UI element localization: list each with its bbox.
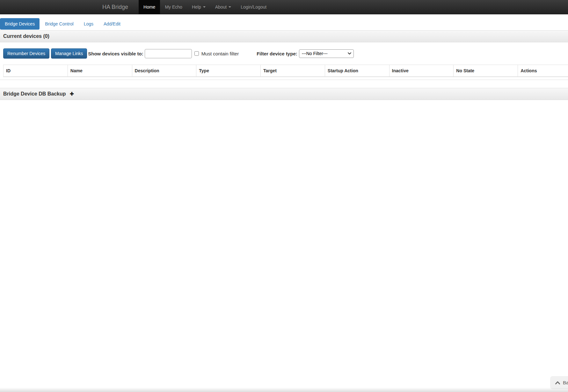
column-header-description: Description bbox=[132, 65, 196, 77]
current-devices-title: Current devices (0) bbox=[3, 33, 49, 39]
backup-header: Bridge Device DB Backup ✚ bbox=[0, 88, 568, 100]
nav-item-my-echo[interactable]: My Echo bbox=[160, 0, 187, 14]
visible-filter-input[interactable] bbox=[145, 49, 192, 58]
nav-item-help-label: Help bbox=[192, 4, 201, 10]
caret-down-icon bbox=[229, 6, 231, 8]
column-header-id: ID bbox=[4, 65, 68, 77]
column-header-target: Target bbox=[261, 65, 325, 77]
visible-filter-label: Show devices visible to: bbox=[88, 51, 143, 56]
chevron-up-icon bbox=[555, 381, 560, 384]
column-header-startup-action: Startup Action bbox=[325, 65, 389, 77]
tab-add-edit[interactable]: Add/Edit bbox=[99, 18, 125, 30]
nav-item-my-echo-label: My Echo bbox=[165, 4, 182, 10]
back-to-top-label: Back to Top bbox=[563, 380, 568, 385]
type-filter-label: Filter device type: bbox=[257, 51, 297, 56]
current-devices-body: Renumber Devices Manage Links Show devic… bbox=[0, 48, 568, 77]
back-to-top-button[interactable]: Back to Top bbox=[550, 376, 568, 389]
devices-table-header-row: ID Name Description Type Target Startup … bbox=[4, 65, 568, 77]
nav-item-home[interactable]: Home bbox=[139, 0, 160, 14]
tab-bridge-control[interactable]: Bridge Control bbox=[40, 18, 78, 30]
tab-bridge-devices[interactable]: Bridge Devices bbox=[0, 18, 40, 30]
caret-down-icon bbox=[203, 6, 206, 8]
section-divider bbox=[0, 80, 568, 80]
device-controls-row: Renumber Devices Manage Links Show devic… bbox=[3, 48, 568, 59]
navbar-menu: Home My Echo Help About Login/Logout bbox=[139, 0, 271, 14]
tab-logs[interactable]: Logs bbox=[79, 18, 98, 30]
nav-item-about-label: About bbox=[215, 4, 227, 10]
brand[interactable]: HA Bridge bbox=[98, 0, 133, 14]
column-header-name: Name bbox=[68, 65, 132, 77]
type-filter-select-wrap: ---No Filter--- bbox=[299, 49, 354, 58]
navbar-container: HA Bridge Home My Echo Help About Login/… bbox=[98, 0, 470, 14]
column-header-inactive: Inactive bbox=[389, 65, 454, 77]
tab-bar: Bridge Devices Bridge Control Logs Add/E… bbox=[0, 18, 568, 30]
column-header-no-state: No State bbox=[454, 65, 518, 77]
column-header-actions: Actions bbox=[518, 65, 568, 77]
nav-item-help[interactable]: Help bbox=[187, 0, 210, 14]
type-filter-select[interactable]: ---No Filter--- bbox=[299, 49, 354, 58]
nav-item-login-logout-label: Login/Logout bbox=[241, 4, 266, 10]
nav-item-login-logout[interactable]: Login/Logout bbox=[236, 0, 271, 14]
plus-icon[interactable]: ✚ bbox=[70, 91, 74, 96]
current-devices-header: Current devices (0) bbox=[0, 30, 568, 42]
nav-item-home-label: Home bbox=[143, 4, 155, 10]
nav-item-about[interactable]: About bbox=[210, 0, 236, 14]
backup-title: Bridge Device DB Backup bbox=[3, 91, 66, 96]
renumber-devices-button[interactable]: Renumber Devices bbox=[3, 48, 49, 59]
column-header-type: Type bbox=[196, 65, 261, 77]
bottom-shadow bbox=[0, 388, 568, 392]
must-contain-filter-checkbox[interactable] bbox=[194, 51, 199, 56]
manage-links-button[interactable]: Manage Links bbox=[51, 48, 87, 59]
devices-table: ID Name Description Type Target Startup … bbox=[3, 65, 568, 77]
must-contain-filter-label: Must contain filter bbox=[201, 51, 239, 56]
navbar: HA Bridge Home My Echo Help About Login/… bbox=[0, 0, 568, 14]
devices-table-head: ID Name Description Type Target Startup … bbox=[4, 65, 568, 77]
